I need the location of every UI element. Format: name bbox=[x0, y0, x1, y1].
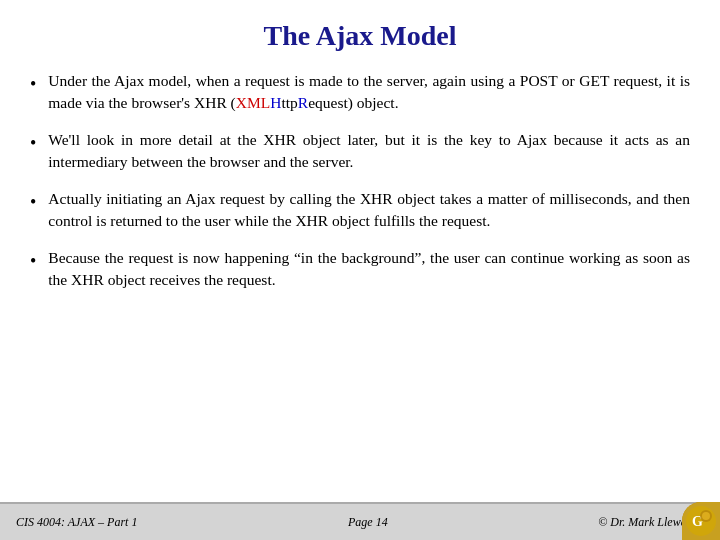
slide: The Ajax Model • Under the Ajax model, w… bbox=[0, 0, 720, 540]
bullet-text-4: Because the request is now happening “in… bbox=[48, 247, 690, 292]
bullet-text-2: We'll look in more detail at the XHR obj… bbox=[48, 129, 690, 174]
bullet-dot-1: • bbox=[30, 72, 36, 97]
http-h-highlight: H bbox=[270, 94, 281, 111]
bullet-dot-2: • bbox=[30, 131, 36, 156]
bullet-item-1: • Under the Ajax model, when a request i… bbox=[30, 70, 690, 115]
bullet-dot-3: • bbox=[30, 190, 36, 215]
xml-highlight: XML bbox=[236, 94, 270, 111]
bullet-text-1: Under the Ajax model, when a request is … bbox=[48, 70, 690, 115]
slide-title: The Ajax Model bbox=[30, 20, 690, 52]
footer: CIS 4004: AJAX – Part 1 Page 14 © Dr. Ma… bbox=[0, 502, 720, 540]
http-r-highlight: R bbox=[298, 94, 308, 111]
bullet-item-4: • Because the request is now happening “… bbox=[30, 247, 690, 292]
logo-icon: G bbox=[682, 502, 720, 540]
bullet-text-3: Actually initiating an Ajax request by c… bbox=[48, 188, 690, 233]
svg-point-4 bbox=[702, 512, 710, 520]
bullet-item-3: • Actually initiating an Ajax request by… bbox=[30, 188, 690, 233]
logo: G bbox=[682, 502, 720, 540]
footer-page: Page 14 bbox=[348, 515, 388, 530]
footer-course: CIS 4004: AJAX – Part 1 bbox=[16, 515, 137, 530]
content-area: • Under the Ajax model, when a request i… bbox=[30, 70, 690, 502]
bullet-dot-4: • bbox=[30, 249, 36, 274]
bullet-item-2: • We'll look in more detail at the XHR o… bbox=[30, 129, 690, 174]
